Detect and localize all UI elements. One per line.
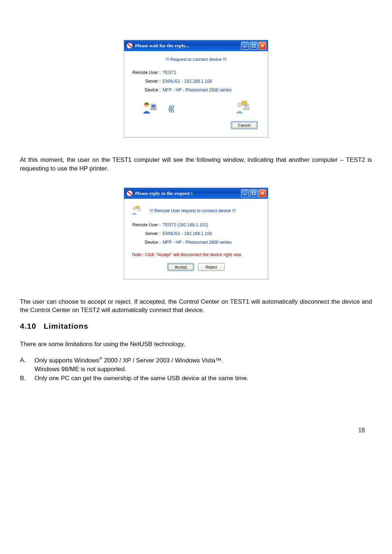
remote-user-label: Remote User : [131,70,160,75]
server-value: ENNUS1 - 192.168.1.100 [163,231,212,236]
device-label: Device : [131,87,160,93]
limitations-list: A. Only supports Windows® 2000 / XP / Se… [20,356,372,383]
remote-user-icon [234,100,250,116]
svg-rect-12 [242,101,247,105]
svg-rect-11 [244,108,249,110]
list-a-text-2: Windows 98/ME is not supported. [34,366,126,373]
close-button[interactable] [258,189,266,197]
list-a-text-1b: 2000 / XP / Server 2003 / Windows Vista™… [102,357,223,364]
server-label: Server : [131,231,160,236]
list-marker: B. [20,374,34,383]
svg-rect-19 [136,206,139,208]
device-value: MFP - HP - Photosmart 2600 series [163,87,232,93]
accept-button[interactable]: Accept [167,263,194,271]
signal-icon: ((( [168,103,174,113]
svg-rect-3 [252,44,255,47]
titlebar[interactable]: Please reply to the request ! [124,188,268,199]
app-icon [126,190,133,197]
maximize-button[interactable] [250,189,258,197]
app-icon [126,42,133,49]
list-marker: A. [20,356,34,374]
svg-point-17 [132,207,136,210]
request-header: !!! Remote User request to connect devic… [150,208,236,213]
close-button[interactable] [258,42,266,50]
minimize-button[interactable] [241,42,249,50]
svg-rect-7 [151,108,156,110]
section-title: Limitations [44,322,88,330]
request-header: !!! Request to connect device !!! [128,57,264,62]
minimize-button[interactable] [241,189,249,197]
dialog-wait-reply: Please wait for the reply... !!! Request… [124,40,268,138]
remote-user-value: TEST1 [163,70,176,75]
list-item-b: B. Only one PC can get the ownership of … [20,374,372,383]
titlebar[interactable]: Please wait for the reply... [124,40,268,51]
list-item-a: A. Only supports Windows® 2000 / XP / Se… [20,356,372,374]
list-a-text-1a: Only supports Windows [34,357,99,364]
local-user-icon [142,100,158,116]
section-number: 4.10 [20,322,36,330]
svg-rect-6 [152,105,155,107]
dialog-title: Please wait for the reply... [135,43,189,49]
svg-rect-16 [252,192,255,195]
page-number: 18 [20,383,372,434]
remote-user-value: TEST2 (192.168.1.102) [163,222,208,227]
svg-point-8 [237,102,242,107]
dialog-title: Please reply to the request ! [135,190,193,196]
server-value: ENNUS1 - 192.168.1.100 [163,79,212,84]
svg-rect-2 [244,46,246,47]
dialog-reply-request: Please reply to the request ! !!! Remote… [124,188,268,279]
device-value: MFP - HP - Photosmart 2600 series [163,240,232,245]
note-text: Note : Click "Accept" will disconnect th… [128,249,264,261]
transfer-graphic: ((( [128,96,264,119]
paragraph-2: The user can choose to accept or reject.… [20,297,372,315]
remote-user-icon [131,205,142,216]
svg-rect-15 [244,194,246,195]
maximize-button[interactable] [250,42,258,50]
paragraph-1: At this moment, the user on the TEST1 co… [20,156,372,173]
cancel-button[interactable]: Cancel [231,121,258,129]
device-label: Device : [131,240,160,245]
list-b-text: Only one PC can get the ownership of the… [34,374,249,383]
registered-mark: ® [99,356,102,361]
server-label: Server : [131,79,160,84]
svg-rect-10 [245,105,248,107]
reject-button[interactable]: Reject [198,263,225,271]
section-heading: 4.10 Limitations [20,322,372,331]
remote-user-label: Remote User : [131,222,160,227]
paragraph-3: There are some limitations for using the… [20,340,372,349]
